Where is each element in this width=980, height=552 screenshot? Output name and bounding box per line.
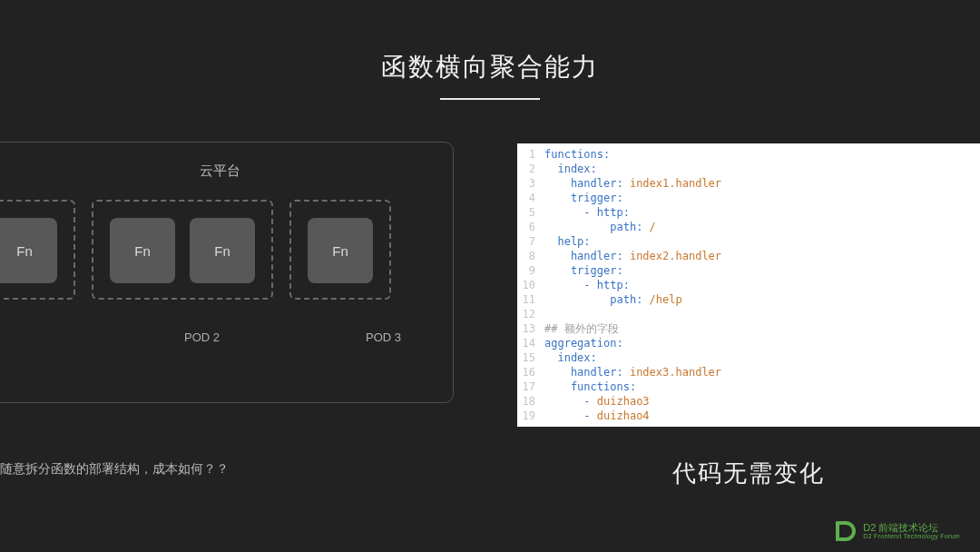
fn-box: Fn bbox=[308, 218, 373, 283]
code-text: ## 额外的字段 bbox=[544, 321, 619, 336]
line-number: 12 bbox=[517, 307, 544, 321]
code-text: functions: bbox=[544, 147, 610, 162]
line-number: 5 bbox=[517, 205, 544, 220]
code-text: help: bbox=[544, 234, 591, 249]
line-number: 16 bbox=[517, 365, 544, 380]
line-number: 17 bbox=[517, 380, 544, 394]
code-text: index: bbox=[544, 350, 597, 365]
pod-label: POD 3 bbox=[366, 330, 401, 344]
code-line: 6 path: / bbox=[517, 220, 980, 234]
code-line: 14aggregation: bbox=[517, 336, 980, 350]
line-number: 13 bbox=[517, 321, 544, 336]
cloud-platform-label: 云平台 bbox=[0, 163, 453, 180]
pods-row: Fn Fn Fn Fn bbox=[0, 200, 453, 300]
code-line: 3 handler: index1.handler bbox=[517, 176, 980, 191]
code-line: 13## 额外的字段 bbox=[517, 321, 980, 336]
code-line: 5 - http: bbox=[517, 205, 980, 220]
cloud-platform-panel: 云平台 Fn Fn Fn Fn 1 POD 2 POD 3 bbox=[0, 142, 454, 403]
fn-box: Fn bbox=[190, 218, 255, 283]
slide-title: 函数横向聚合能力 bbox=[0, 50, 980, 84]
line-number: 1 bbox=[517, 147, 544, 162]
title-divider bbox=[440, 98, 540, 100]
code-line: 12 bbox=[517, 307, 980, 321]
line-number: 2 bbox=[517, 162, 544, 176]
footer-logo-text: D2 前端技术论坛 D2 Frontend Technology Forum bbox=[863, 523, 960, 540]
code-text: path: /help bbox=[544, 292, 682, 307]
line-number: 15 bbox=[517, 350, 544, 365]
line-number: 6 bbox=[517, 220, 544, 234]
footer-logo: D2 前端技术论坛 D2 Frontend Technology Forum bbox=[836, 521, 960, 541]
code-line: 16 handler: index3.handler bbox=[517, 365, 980, 380]
line-number: 18 bbox=[517, 394, 544, 409]
line-number: 8 bbox=[517, 249, 544, 263]
code-text: functions: bbox=[544, 380, 636, 394]
line-number: 11 bbox=[517, 292, 544, 307]
code-line: 11 path: /help bbox=[517, 292, 980, 307]
code-text: - duizhao4 bbox=[544, 409, 650, 423]
code-text: trigger: bbox=[544, 191, 623, 205]
code-text: - duizhao3 bbox=[544, 394, 650, 409]
code-text: handler: index1.handler bbox=[544, 176, 721, 191]
code-line: 7 help: bbox=[517, 234, 980, 249]
line-number: 14 bbox=[517, 336, 544, 350]
code-line: 2 index: bbox=[517, 162, 980, 176]
code-block: 1functions:2 index:3 handler: index1.han… bbox=[517, 143, 980, 423]
line-number: 19 bbox=[517, 409, 544, 423]
code-line: 18 - duizhao3 bbox=[517, 394, 980, 409]
caption-right: 代码无需变化 bbox=[517, 458, 980, 489]
code-text: - http: bbox=[544, 278, 630, 292]
code-text: index: bbox=[544, 162, 597, 176]
code-line: 8 handler: index2.handler bbox=[517, 249, 980, 263]
line-number: 10 bbox=[517, 278, 544, 292]
pod-1: Fn bbox=[0, 200, 75, 300]
code-panel: 1functions:2 index:3 handler: index1.han… bbox=[517, 143, 980, 427]
code-text: handler: index2.handler bbox=[544, 249, 721, 263]
pod-2: Fn Fn bbox=[92, 200, 273, 300]
code-line: 10 - http: bbox=[517, 278, 980, 292]
line-number: 3 bbox=[517, 176, 544, 191]
question-text: 随意拆分函数的部署结构，成本如何？？ bbox=[0, 461, 229, 478]
code-line: 9 trigger: bbox=[517, 263, 980, 278]
code-line: 15 index: bbox=[517, 350, 980, 365]
code-text: aggregation: bbox=[544, 336, 623, 350]
code-line: 4 trigger: bbox=[517, 191, 980, 205]
pod-3: Fn bbox=[289, 200, 391, 300]
footer-cn: D2 前端技术论坛 bbox=[863, 523, 960, 534]
code-text: trigger: bbox=[544, 263, 623, 278]
code-text: path: / bbox=[544, 220, 656, 234]
code-text: - http: bbox=[544, 205, 630, 220]
code-line: 19 - duizhao4 bbox=[517, 409, 980, 423]
fn-box: Fn bbox=[110, 218, 175, 283]
pod-label: POD 2 bbox=[184, 330, 220, 344]
code-line: 17 functions: bbox=[517, 380, 980, 394]
line-number: 4 bbox=[517, 191, 544, 205]
code-text: handler: index3.handler bbox=[544, 365, 721, 380]
d2-logo-icon bbox=[836, 521, 856, 541]
line-number: 7 bbox=[517, 234, 544, 249]
code-line: 1functions: bbox=[517, 147, 980, 162]
line-number: 9 bbox=[517, 263, 544, 278]
footer-en: D2 Frontend Technology Forum bbox=[863, 533, 960, 539]
fn-box: Fn bbox=[0, 218, 57, 283]
